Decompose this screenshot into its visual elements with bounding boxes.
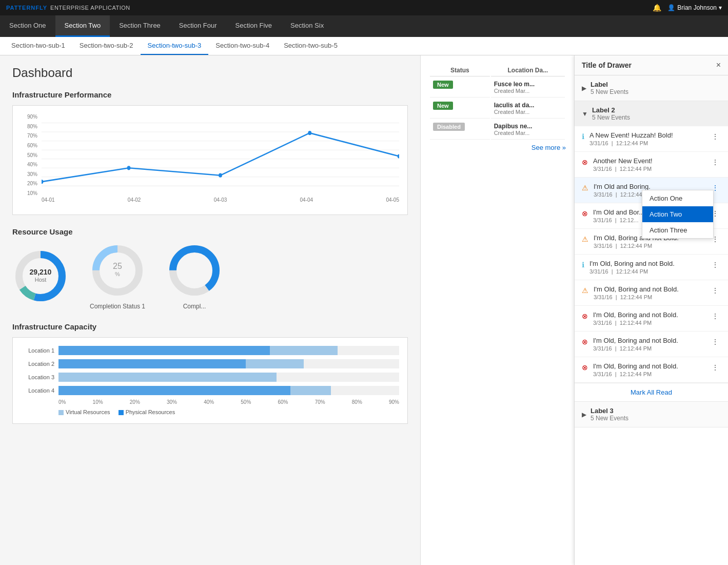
bar-row-3: Location 3	[21, 373, 399, 382]
drawer: Title of Drawer × ▶ Label 5 New Events ▼	[574, 55, 728, 565]
event-kebab-7[interactable]: ⋮	[710, 285, 721, 296]
event-title-8: I'm Old, Boring and not Bold.	[593, 311, 710, 319]
label-header-text-2: Label 2 5 New Events	[592, 106, 721, 121]
donut-label-1: Completion Status 1	[90, 303, 145, 310]
drawer-title: Title of Drawer	[582, 61, 632, 69]
event-content-10: I'm Old, Boring and not Bold. 3/31/16 | …	[593, 362, 710, 377]
warning-icon-3: ⚠	[582, 184, 588, 192]
dropdown-action-three[interactable]: Action Three	[642, 222, 713, 238]
event-item-1: ℹ A New Event! Huzzah! Bold! 3/31/16 | 1…	[575, 126, 728, 152]
bar-virtual-3	[58, 373, 277, 382]
event-item-2: ⊗ Another New Event! 3/31/16 | 12:12:44 …	[575, 152, 728, 178]
warning-icon-5: ⚠	[582, 235, 588, 243]
bar-track-1	[58, 346, 399, 355]
event-kebab-1[interactable]: ⋮	[710, 131, 721, 142]
dropdown-action-one[interactable]: Action One	[642, 190, 713, 206]
svg-point-8	[42, 180, 43, 184]
label-header-3[interactable]: ▶ Label 3 5 New Events	[575, 402, 728, 427]
subnav-item-5[interactable]: Section-two-sub-5	[277, 37, 345, 55]
table-row: New Fusce leo m...Created Mar...	[430, 77, 565, 98]
see-more-link[interactable]: See more »	[429, 144, 566, 151]
subnav-item-2[interactable]: Section-two-sub-2	[72, 37, 141, 55]
error-icon-2: ⊗	[582, 158, 588, 166]
subnav-item-4[interactable]: Section-two-sub-4	[208, 37, 277, 55]
label-header-text-1: Label 5 New Events	[591, 81, 721, 95]
event-meta-2: 3/31/16 | 12:12:44 PM	[593, 166, 710, 172]
bar-label-1: Location 1	[21, 347, 54, 354]
user-menu[interactable]: 👤 Brian Johnson ▾	[667, 4, 722, 11]
event-kebab-9[interactable]: ⋮	[710, 337, 721, 347]
event-title-10: I'm Old, Boring and not Bold.	[593, 362, 710, 370]
info-icon-6: ℹ	[582, 261, 584, 269]
badge-disabled: Disabled	[433, 123, 465, 131]
label-group-3: ▶ Label 3 5 New Events	[575, 402, 728, 427]
event-content-7: I'm Old, Boring and not Bold. 3/31/16 | …	[594, 285, 710, 300]
subnav-item-3[interactable]: Section-two-sub-3	[141, 37, 209, 55]
dropdown-action-two[interactable]: Action Two	[642, 206, 713, 222]
legend-virtual-dot	[58, 410, 64, 415]
nav-item-section-one[interactable]: Section One	[0, 15, 55, 37]
event-title-1: A New Event! Huzzah! Bold!	[589, 131, 710, 139]
infrastructure-performance-section: Infrastructure Performance 90% 80% 70% 6…	[12, 90, 408, 215]
svg-point-12	[398, 154, 399, 158]
drawer-header: Title of Drawer ×	[575, 55, 728, 75]
donut-completion-2: Compl...	[166, 242, 223, 310]
x-axis: 04-01 04-02 04-03 04-04 04-05	[42, 197, 399, 206]
event-content-2: Another New Event! 3/31/16 | 12:12:44 PM	[593, 157, 710, 172]
nav-item-section-six[interactable]: Section Six	[281, 15, 333, 37]
event-kebab-10[interactable]: ⋮	[710, 362, 721, 373]
top-bar-left: PATTERNFLY ENTERPRISE APPLICATION	[6, 5, 130, 11]
event-kebab-6[interactable]: ⋮	[710, 260, 721, 270]
nav-item-section-four[interactable]: Section Four	[170, 15, 226, 37]
label-group-2: ▼ Label 2 5 New Events ℹ A New Event! Hu…	[575, 101, 728, 402]
nav-item-section-two[interactable]: Section Two	[55, 15, 110, 37]
svg-text:29,210: 29,210	[30, 268, 52, 276]
bar-label-2: Location 2	[21, 361, 54, 367]
chevron-down-icon: ▾	[719, 4, 722, 11]
bar-physical-1	[58, 346, 270, 355]
mark-all-read-button[interactable]: Mark All Read	[575, 383, 728, 401]
label-header-2[interactable]: ▼ Label 2 5 New Events	[575, 101, 728, 126]
event-meta-8: 3/31/16 | 12:12:44 PM	[593, 320, 710, 326]
top-bar: PATTERNFLY ENTERPRISE APPLICATION 🔔 👤 Br…	[0, 0, 728, 15]
bell-icon[interactable]: 🔔	[653, 4, 661, 12]
event-meta-7: 3/31/16 | 12:12:44 PM	[594, 294, 710, 300]
chart-legend: Virtual Resources Physical Resources	[58, 409, 399, 415]
sub-nav: Section-two-sub-1 Section-two-sub-2 Sect…	[0, 37, 728, 55]
event-title-2: Another New Event!	[593, 157, 710, 165]
bar-row-1: Location 1	[21, 346, 399, 355]
event-meta-9: 3/31/16 | 12:12:44 PM	[593, 345, 710, 352]
subnav-item-1[interactable]: Section-two-sub-1	[4, 37, 72, 55]
main-nav: Section One Section Two Section Three Se…	[0, 15, 728, 37]
label-name-3: Label 3	[591, 407, 721, 415]
nav-item-section-five[interactable]: Section Five	[226, 15, 282, 37]
event-kebab-8[interactable]: ⋮	[710, 311, 721, 321]
table-row: New Iaculis at da...Created Mar...	[430, 99, 565, 119]
event-item-3: ⚠ I'm Old and Boring. 3/31/16 | 12:12:44…	[575, 178, 728, 203]
label-count-2: 5 New Events	[592, 114, 721, 121]
warning-icon-7: ⚠	[582, 286, 588, 295]
svg-text:Host: Host	[35, 277, 47, 283]
bar-label-3: Location 3	[21, 374, 54, 380]
status-table: Status Location Da... New Fusce leo m...…	[429, 64, 566, 141]
label-group-1: ▶ Label 5 New Events	[575, 75, 728, 101]
label-header-1[interactable]: ▶ Label 5 New Events	[575, 75, 728, 101]
drawer-body: ▶ Label 5 New Events ▼ Label 2 5 New Eve…	[575, 75, 728, 565]
bar-row-2: Location 2	[21, 359, 399, 368]
badge-new-2: New	[433, 102, 453, 110]
y-axis: 90% 80% 70% 60% 50% 40% 30% 20% 10%	[21, 114, 40, 196]
nav-item-section-three[interactable]: Section Three	[110, 15, 170, 37]
infrastructure-capacity-section: Infrastructure Capacity Location 1 Locat…	[12, 322, 408, 424]
event-meta-1: 3/31/16 | 12:12:44 PM	[589, 140, 710, 146]
app-name: ENTERPRISE APPLICATION	[50, 5, 130, 11]
drawer-close-button[interactable]: ×	[716, 61, 721, 70]
legend-physical-dot	[119, 410, 124, 415]
user-icon: 👤	[667, 4, 675, 11]
label-count-3: 5 New Events	[591, 415, 721, 422]
bar-track-4	[58, 386, 399, 395]
event-kebab-2[interactable]: ⋮	[710, 157, 721, 167]
bar-x-axis: 0% 10% 20% 30% 40% 50% 60% 70% 80% 90%	[58, 399, 399, 405]
line-chart-area: 90% 80% 70% 60% 50% 40% 30% 20% 10%	[12, 105, 408, 215]
label-name-2: Label 2	[592, 106, 721, 114]
label-header-text-3: Label 3 5 New Events	[591, 407, 721, 422]
